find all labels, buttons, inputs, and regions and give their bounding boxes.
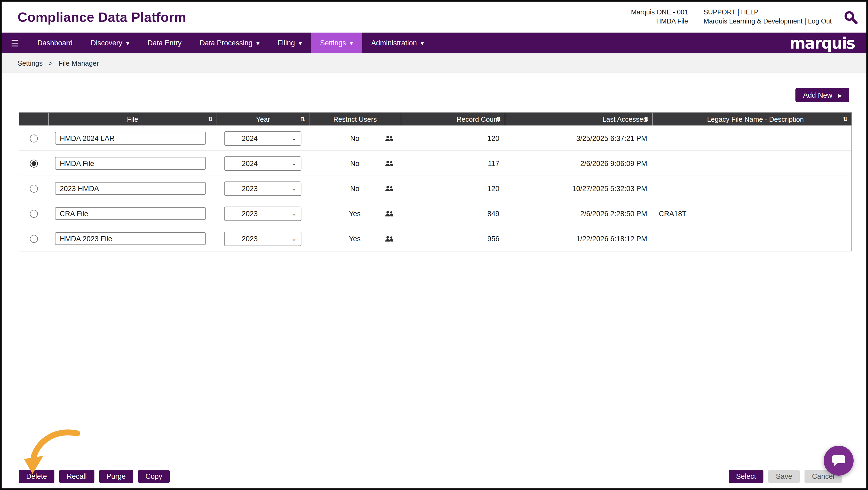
last-accessed-value: 2/6/2026 9:06:09 PM xyxy=(505,151,652,176)
nav-label: Data Processing xyxy=(200,39,253,47)
record-count-value: 120 xyxy=(401,176,505,201)
purge-button[interactable]: Purge xyxy=(99,470,133,483)
users-icon[interactable] xyxy=(385,185,394,192)
users-icon[interactable] xyxy=(385,210,394,217)
column-label: Record Count xyxy=(457,115,499,123)
file-name-input[interactable] xyxy=(55,132,206,145)
header-links: SUPPORT | HELP Marquis Learning & Develo… xyxy=(704,8,832,26)
nav-label: Dashboard xyxy=(37,39,72,47)
table-row: 2024⌄ No 120 3/25/2025 6:37:21 PM xyxy=(19,125,851,150)
hamburger-menu-icon[interactable]: ☰ xyxy=(2,33,28,53)
logout-link[interactable]: Log Out xyxy=(808,18,832,25)
add-new-button[interactable]: Add New ▶ xyxy=(796,88,849,102)
breadcrumb-settings[interactable]: Settings xyxy=(18,59,43,67)
nav-item-discovery[interactable]: Discovery ▼ xyxy=(82,33,138,53)
column-label: Last Accessed xyxy=(602,115,647,123)
record-count-value: 849 xyxy=(401,201,505,226)
add-new-label: Add New xyxy=(803,91,833,99)
users-icon[interactable] xyxy=(385,160,394,167)
restrict-users-value: Yes xyxy=(349,235,361,242)
nav-item-administration[interactable]: Administration ▼ xyxy=(362,33,433,53)
save-button[interactable]: Save xyxy=(768,470,800,483)
row-select-radio[interactable] xyxy=(30,159,38,167)
year-select[interactable]: 2023 xyxy=(224,206,302,221)
search-icon[interactable] xyxy=(843,10,858,24)
toolbar-row: Add New ▶ xyxy=(19,88,849,102)
year-select[interactable]: 2023 xyxy=(224,231,302,246)
viewport: Compliance Data Platform Marquis ONE - 0… xyxy=(0,0,868,490)
account-info: Marquis ONE - 001 HMDA File xyxy=(631,8,688,26)
record-count-value: 120 xyxy=(401,126,505,150)
help-link[interactable]: HELP xyxy=(741,8,758,16)
last-accessed-value: 10/27/2025 5:32:03 PM xyxy=(505,176,652,201)
last-accessed-value: 3/25/2025 6:37:21 PM xyxy=(505,126,652,150)
sort-icon[interactable]: ⇅ xyxy=(208,116,213,122)
nav-item-dashboard[interactable]: Dashboard xyxy=(28,33,82,53)
row-select-radio[interactable] xyxy=(30,134,38,142)
file-name-input[interactable] xyxy=(55,232,206,245)
chat-widget-button[interactable] xyxy=(824,446,854,475)
table-row: 2023⌄ No 120 10/27/2025 5:32:03 PM xyxy=(19,176,851,201)
row-select-radio[interactable] xyxy=(30,235,38,242)
sort-icon[interactable]: ⇅ xyxy=(843,116,848,122)
users-icon[interactable] xyxy=(385,135,394,142)
sort-icon[interactable]: ⇅ xyxy=(300,116,305,122)
breadcrumb: Settings > File Manager xyxy=(2,53,866,73)
legacy-file-name-value xyxy=(652,176,851,201)
footer-left-buttons: Delete Recall Purge Copy xyxy=(19,470,169,483)
header-cell-legacy-name[interactable]: Legacy File Name - Description ⇅ xyxy=(652,113,851,125)
row-select-radio[interactable] xyxy=(30,209,38,218)
file-manager-table: File ⇅ Year ⇅ Restrict Users Record Coun… xyxy=(19,112,852,251)
header-cell-last-accessed[interactable]: Last Accessed ⇅ xyxy=(505,113,652,125)
legacy-file-name-value xyxy=(652,151,851,176)
file-name-input[interactable] xyxy=(55,157,206,170)
sort-icon[interactable]: ⇅ xyxy=(644,116,649,122)
restrict-users-value: No xyxy=(350,159,360,167)
nav-item-settings[interactable]: Settings ▼ xyxy=(311,33,362,53)
top-header: Compliance Data Platform Marquis ONE - 0… xyxy=(2,2,866,33)
year-select[interactable]: 2024 xyxy=(224,131,302,145)
file-name-input[interactable] xyxy=(55,182,206,195)
environment-label: Marquis ONE - 001 xyxy=(631,8,688,17)
column-label: File xyxy=(127,115,138,123)
column-label: Restrict Users xyxy=(333,115,377,123)
row-select-radio[interactable] xyxy=(30,184,38,193)
file-name-input[interactable] xyxy=(55,207,206,220)
copy-button[interactable]: Copy xyxy=(138,470,169,483)
users-icon[interactable] xyxy=(385,235,394,242)
table-header-row: File ⇅ Year ⇅ Restrict Users Record Coun… xyxy=(19,113,851,125)
page: Compliance Data Platform Marquis ONE - 0… xyxy=(0,0,868,490)
caret-down-icon: ▼ xyxy=(256,41,259,46)
footer-right-buttons: Select Save Cancel xyxy=(728,470,842,483)
caret-down-icon: ▼ xyxy=(299,41,302,46)
select-button[interactable]: Select xyxy=(728,470,764,483)
current-file-label: HMDA File xyxy=(631,17,688,26)
year-select[interactable]: 2023 xyxy=(224,181,302,196)
nav-item-data-entry[interactable]: Data Entry xyxy=(138,33,191,53)
breadcrumb-separator: > xyxy=(49,59,53,67)
header-cell-file[interactable]: File ⇅ xyxy=(48,113,217,125)
header-cell-restrict-users: Restrict Users xyxy=(309,113,401,125)
year-select[interactable]: 2024 xyxy=(224,156,302,171)
table-row: 2023⌄ Yes 956 1/22/2026 6:18:12 PM xyxy=(19,226,851,251)
caret-down-icon: ▼ xyxy=(421,41,424,46)
header-cell-year[interactable]: Year ⇅ xyxy=(217,113,309,125)
breadcrumb-file-manager: File Manager xyxy=(58,59,99,67)
vertical-divider xyxy=(696,7,696,27)
table-row: 2024⌄ No 117 2/6/2026 9:06:09 PM xyxy=(19,150,851,176)
column-label: Year xyxy=(256,115,270,123)
marquis-logo: marquis xyxy=(789,33,855,53)
nav-item-data-processing[interactable]: Data Processing ▼ xyxy=(191,33,269,53)
nav-item-filing[interactable]: Filing ▼ xyxy=(269,33,311,53)
record-count-value: 956 xyxy=(401,226,505,251)
top-right-block: Marquis ONE - 001 HMDA File SUPPORT | HE… xyxy=(631,7,858,27)
header-cell-record-count[interactable]: Record Count ⇅ xyxy=(401,113,505,125)
main-nav: ☰ Dashboard Discovery ▼ Data Entry Data … xyxy=(2,33,866,53)
legacy-file-name-value xyxy=(652,126,851,150)
sort-icon[interactable]: ⇅ xyxy=(496,116,501,122)
support-link[interactable]: SUPPORT xyxy=(704,8,736,16)
delete-button[interactable]: Delete xyxy=(19,470,54,483)
nav-label: Filing xyxy=(278,39,295,47)
learning-link[interactable]: Marquis Learning & Development xyxy=(704,18,803,25)
recall-button[interactable]: Recall xyxy=(59,470,94,483)
